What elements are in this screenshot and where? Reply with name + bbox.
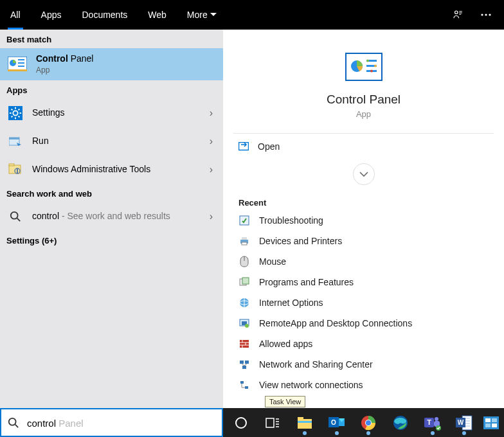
svg-rect-91	[485, 418, 491, 422]
recent-item-network-sharing[interactable]: Network and Sharing Center	[232, 354, 495, 375]
search-icon	[8, 417, 19, 429]
apps-item-label: Settings	[32, 107, 202, 119]
apps-item-admin-tools[interactable]: Windows Administrative Tools ›	[0, 156, 223, 184]
apps-item-label: Windows Administrative Tools	[32, 164, 202, 175]
recent-list: Troubleshooting Devices and Printers Mou…	[223, 210, 504, 395]
recent-item-label: View network connections	[259, 380, 363, 390]
best-match-text: Control Panel App	[36, 53, 217, 75]
tab-more[interactable]: More	[177, 0, 227, 30]
recent-item-troubleshooting[interactable]: Troubleshooting	[232, 210, 495, 231]
taskbar-app-generic[interactable]	[481, 409, 501, 436]
ellipsis-icon[interactable]	[472, 0, 500, 30]
chevron-right-icon: ›	[210, 136, 217, 147]
taskbar-chrome[interactable]	[354, 409, 384, 436]
detail-panel: Control Panel App Open Recent Troublesho…	[223, 30, 504, 408]
tab-documents[interactable]: Documents	[71, 0, 138, 30]
svg-point-32	[374, 65, 377, 67]
svg-rect-92	[492, 418, 497, 422]
svg-line-61	[15, 424, 19, 427]
svg-point-34	[370, 70, 373, 73]
search-icon	[6, 208, 24, 226]
search-box[interactable]: control Panel	[0, 408, 223, 437]
best-match-title-bold: Control	[36, 53, 68, 64]
svg-point-2	[485, 13, 487, 15]
results-panel: Best match Control Panel App Apps Settin…	[0, 30, 223, 408]
svg-rect-42	[242, 278, 249, 284]
work-web-header: Search work and web	[0, 184, 223, 202]
expand-button[interactable]	[353, 163, 375, 185]
svg-point-76	[366, 420, 371, 425]
svg-point-80	[435, 417, 438, 421]
work-web-suffix: - See work and web results	[59, 211, 170, 221]
internet-icon	[239, 297, 250, 308]
svg-line-16	[12, 109, 13, 111]
taskbar-outlook[interactable]: O	[321, 409, 352, 436]
apps-item-run[interactable]: Run ›	[0, 127, 223, 156]
open-icon	[239, 142, 249, 151]
svg-text:O: O	[331, 419, 336, 426]
recent-item-internet-options[interactable]: Internet Options	[232, 292, 495, 313]
open-action[interactable]: Open	[233, 134, 494, 159]
top-bar-spacer	[227, 0, 444, 30]
recent-header: Recent	[223, 194, 504, 210]
apps-item-label: Run	[32, 136, 202, 147]
apps-item-settings[interactable]: Settings ›	[0, 99, 223, 127]
tab-apps[interactable]: Apps	[31, 0, 72, 30]
detail-sub: App	[233, 109, 494, 119]
recent-item-label: Mouse	[259, 256, 286, 267]
programs-icon	[239, 276, 250, 288]
svg-rect-21	[9, 138, 19, 139]
svg-rect-9	[18, 66, 24, 67]
content-area: Best match Control Panel App Apps Settin…	[0, 30, 504, 408]
printer-icon	[239, 235, 250, 247]
svg-point-1	[481, 13, 483, 15]
svg-point-30	[366, 60, 369, 62]
recent-item-label: Allowed apps	[259, 339, 312, 349]
svg-rect-39	[242, 242, 247, 245]
taskbar-word[interactable]: W	[449, 409, 480, 436]
work-web-label: control	[32, 211, 59, 221]
recent-item-allowed-apps[interactable]: Allowed apps	[232, 334, 495, 354]
task-view-button[interactable]	[258, 409, 289, 436]
svg-rect-35	[239, 143, 249, 150]
best-match-sub: App	[36, 66, 217, 75]
recent-item-programs-features[interactable]: Programs and Features	[232, 272, 495, 292]
recent-item-remoteapp[interactable]: RemoteApp and Desktop Connections	[232, 313, 495, 334]
search-input[interactable]	[26, 417, 215, 428]
svg-line-27	[17, 219, 21, 222]
recent-item-label: Network and Sharing Center	[259, 359, 373, 370]
run-icon	[6, 132, 24, 150]
feedback-icon[interactable]	[444, 0, 472, 30]
tab-web[interactable]: Web	[138, 0, 177, 30]
mouse-icon	[239, 256, 250, 267]
recent-item-label: Devices and Printers	[259, 236, 342, 246]
admin-tools-icon	[6, 161, 24, 179]
recent-item-mouse[interactable]: Mouse	[232, 251, 495, 272]
work-web-item[interactable]: control - See work and web results ›	[0, 202, 223, 231]
recent-item-network-connections[interactable]: View network connections	[232, 375, 495, 395]
tab-all[interactable]: All	[0, 0, 31, 30]
firewall-icon	[239, 338, 250, 350]
recent-item-devices-printers[interactable]: Devices and Printers	[232, 231, 495, 251]
svg-text:W: W	[458, 419, 464, 426]
svg-rect-58	[240, 381, 244, 384]
search-filter-bar: All Apps Documents Web More	[0, 0, 504, 30]
settings-more-item[interactable]: Settings (6+)	[0, 231, 223, 251]
troubleshooting-icon	[239, 215, 250, 226]
recent-item-label: RemoteApp and Desktop Connections	[259, 318, 412, 328]
best-match-item[interactable]: Control Panel App	[0, 48, 223, 80]
svg-rect-68	[298, 419, 312, 429]
recent-item-label: Internet Options	[259, 298, 323, 308]
svg-text:T: T	[427, 418, 431, 426]
svg-rect-55	[240, 361, 244, 364]
svg-point-0	[455, 11, 458, 14]
taskbar-file-explorer[interactable]	[289, 409, 320, 436]
taskbar-edge[interactable]	[385, 409, 416, 436]
svg-rect-93	[485, 424, 491, 427]
gear-icon	[6, 104, 24, 122]
taskbar: O T W	[223, 408, 504, 437]
taskbar-teams[interactable]: T	[417, 409, 448, 436]
cortana-button[interactable]	[226, 409, 256, 436]
svg-rect-59	[245, 386, 248, 389]
best-match-title-rest: Panel	[68, 53, 94, 64]
